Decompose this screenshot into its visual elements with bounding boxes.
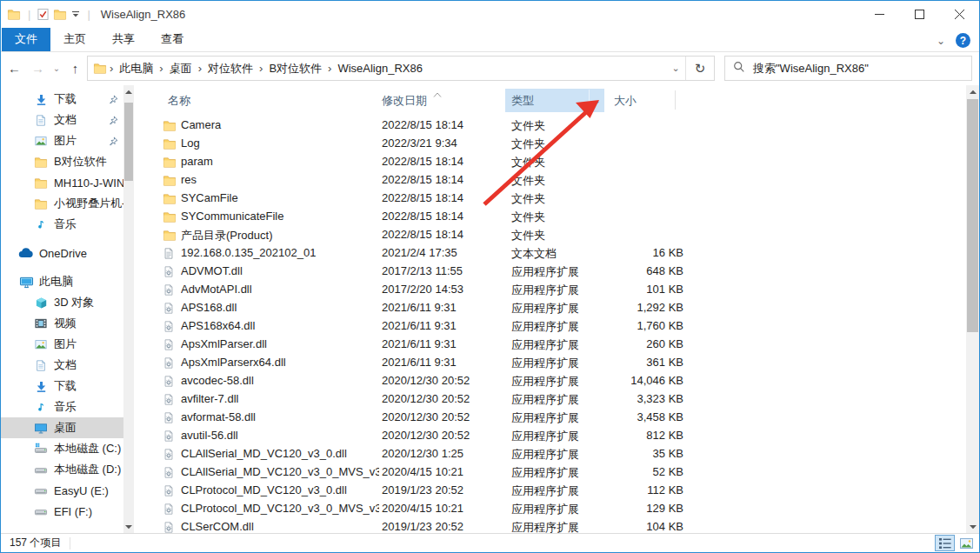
column-header-name[interactable]: 名称	[168, 93, 190, 109]
ribbon-tab-共享[interactable]: 共享	[99, 28, 148, 51]
scrollbar-thumb[interactable]	[967, 99, 978, 332]
explorer-folder-icon[interactable]	[7, 8, 21, 21]
properties-check-icon[interactable]	[37, 8, 49, 21]
list-scrollbar[interactable]	[966, 85, 979, 533]
sidebar-item-文档[interactable]: 文档	[1, 110, 123, 130]
sidebar-item-文档[interactable]: 文档	[1, 355, 123, 376]
back-button[interactable]: ←	[3, 57, 26, 81]
scroll-up-icon[interactable]	[123, 85, 134, 97]
breadcrumb-item[interactable]: 桌面	[163, 61, 198, 77]
sidebar-item-下载[interactable]: 下载	[1, 89, 123, 110]
breadcrumb-item[interactable]: WiseAlign_RX86	[331, 62, 429, 75]
file-row[interactable]: avformat-58.dll2020/12/30 20:52应用程序扩展3,4…	[134, 409, 966, 427]
up-button[interactable]: ↑	[63, 57, 87, 81]
sidebar-item-图片[interactable]: 图片	[1, 130, 123, 151]
ribbon-collapse-icon[interactable]: ⌄	[937, 37, 945, 45]
ribbon-tab-主页[interactable]: 主页	[50, 28, 99, 51]
sidebar-item-label: OneDrive	[39, 247, 87, 260]
refresh-icon[interactable]: ↻	[685, 57, 714, 80]
file-row[interactable]: CLProtocol_MD_VC120_v3_0.dll2019/1/23 20…	[134, 482, 966, 500]
file-row[interactable]: avfilter-7.dll2020/12/30 20:52应用程序扩展3,32…	[134, 390, 966, 409]
file-row[interactable]: ApsXmlParser.dll2021/6/11 9:31应用程序扩展260 …	[134, 336, 966, 354]
status-bar: 157 个项目	[1, 533, 979, 552]
scroll-down-icon[interactable]	[123, 521, 134, 533]
column-header-type[interactable]: 类型 ⌄	[505, 89, 604, 112]
breadcrumb-item[interactable]: B对位软件	[263, 61, 328, 77]
qat-dropdown-icon[interactable]	[71, 10, 80, 18]
type-filter-dropdown-icon[interactable]: ⌄	[589, 90, 604, 111]
ribbon-tab-查看[interactable]: 查看	[148, 28, 197, 51]
breadcrumb-item[interactable]: 此电脑	[113, 61, 159, 77]
sidebar-item-此电脑[interactable]: 此电脑	[1, 271, 123, 292]
sidebar-item-本地磁盘 (D:)[interactable]: 本地磁盘 (D:)	[1, 459, 123, 480]
file-size: 14,046 KB	[551, 374, 683, 387]
file-size: 35 KB	[551, 447, 683, 460]
column-header-type-label: 类型	[505, 93, 589, 109]
new-folder-icon[interactable]	[53, 8, 67, 21]
file-row[interactable]: SYCamFile2022/8/15 18:14文件夹	[134, 190, 966, 208]
sidebar-item-音乐[interactable]: 音乐	[1, 396, 123, 417]
address-dropdown-icon[interactable]: ⌄	[666, 57, 685, 80]
dll-file-icon	[163, 466, 175, 479]
scroll-up-icon[interactable]	[966, 85, 979, 97]
file-row[interactable]: AdvMotAPI.dll2017/2/20 14:53应用程序扩展101 KB	[134, 281, 966, 299]
dll-file-icon	[163, 356, 175, 370]
sidebar-item-EasyU (E:)[interactable]: EasyU (E:)	[1, 480, 123, 501]
sidebar-item-视频[interactable]: 视频	[1, 313, 123, 334]
file-row[interactable]: CLSerCOM.dll2019/1/23 20:52应用程序扩展104 KB	[134, 518, 966, 533]
file-row[interactable]: Camera2022/8/15 18:14文件夹	[134, 117, 966, 135]
file-row[interactable]: ApsXmlParserx64.dll2021/6/11 9:31应用程序扩展3…	[134, 354, 966, 372]
recent-locations-icon[interactable]: ⌄	[50, 57, 63, 81]
ribbon-tabs: 文件主页共享查看	[2, 28, 197, 51]
sidebar-item-音乐[interactable]: 音乐	[1, 214, 123, 235]
sidebar-item-下载[interactable]: 下载	[1, 376, 123, 396]
file-row[interactable]: 产品目录(Product)2022/8/15 18:14文件夹	[134, 226, 966, 244]
sidebar-scrollbar[interactable]	[123, 85, 134, 533]
maximize-button[interactable]	[899, 1, 939, 28]
scrollbar-thumb[interactable]	[124, 103, 133, 181]
help-icon[interactable]: ?	[956, 33, 970, 48]
file-row[interactable]: ADVMOT.dll2017/2/13 11:55应用程序扩展648 KB	[134, 263, 966, 281]
text-file-icon	[163, 247, 175, 260]
sidebar-item-图片[interactable]: 图片	[1, 334, 123, 355]
folder-file-icon	[163, 229, 177, 242]
sidebar-item-B对位软件[interactable]: B对位软件	[1, 151, 123, 172]
sidebar-item-EFI (F:)[interactable]: EFI (F:)	[1, 501, 123, 522]
address-bar[interactable]: ›此电脑›桌面›对位软件›B对位软件›WiseAlign_RX86 ⌄ ↻	[87, 56, 715, 81]
sidebar-item-3D 对象[interactable]: 3D 对象	[1, 292, 123, 313]
file-row[interactable]: param2022/8/15 18:14文件夹	[134, 153, 966, 171]
minimize-button[interactable]	[859, 1, 899, 28]
forward-button[interactable]: →	[26, 57, 50, 81]
sidebar-item-MH110-J-WIN7[interactable]: MH110-J-WIN7	[1, 172, 123, 193]
window-controls	[859, 1, 979, 28]
search-box[interactable]: 搜索"WiseAlign_RX86"	[724, 56, 972, 81]
sidebar-item-桌面[interactable]: 桌面	[1, 417, 123, 438]
sidebar-item-小视野叠片机-正[interactable]: 小视野叠片机-正	[1, 193, 123, 214]
file-row[interactable]: CLAllSerial_MD_VC120_v3_0.dll2020/12/30 …	[134, 445, 966, 463]
details-view-button[interactable]	[935, 535, 955, 551]
column-header-date[interactable]: 修改日期	[382, 93, 427, 109]
file-row[interactable]: APS168x64.dll2021/6/11 9:31应用程序扩展1,760 K…	[134, 317, 966, 336]
sidebar-item-本地磁盘 (C:)[interactable]: 本地磁盘 (C:)	[1, 438, 123, 459]
file-row[interactable]: res2022/8/15 18:14文件夹	[134, 171, 966, 190]
file-row[interactable]: CLAllSerial_MD_VC120_v3_0_MVS_v3_...2020…	[134, 463, 966, 482]
search-input[interactable]: 搜索"WiseAlign_RX86"	[753, 61, 869, 77]
file-date: 2019/1/23 20:52	[382, 483, 463, 496]
thumbnail-view-button[interactable]	[957, 535, 977, 551]
file-row[interactable]: 192.168.0.135_202102_012021/2/4 17:35文本文…	[134, 244, 966, 263]
file-row[interactable]: APS168.dll2021/6/11 9:31应用程序扩展1,292 KB	[134, 299, 966, 317]
ribbon-tab-文件[interactable]: 文件	[2, 28, 50, 51]
file-row[interactable]: Log2022/3/21 9:34文件夹	[134, 135, 966, 153]
file-row[interactable]: CLProtocol_MD_VC120_v3_0_MVS_v3_...2020/…	[134, 500, 966, 518]
breadcrumb-item[interactable]: 对位软件	[202, 61, 259, 77]
file-row[interactable]: avutil-56.dll2020/12/30 20:52应用程序扩展812 K…	[134, 427, 966, 445]
folder-icon	[33, 197, 49, 210]
file-name: ApsXmlParser.dll	[181, 337, 379, 350]
file-size: 648 KB	[551, 264, 683, 277]
close-button[interactable]	[939, 1, 979, 28]
column-header-size[interactable]: 大小	[614, 93, 637, 109]
file-row[interactable]: SYCommunicateFile2022/8/15 18:14文件夹	[134, 208, 966, 226]
sidebar-item-OneDrive[interactable]: OneDrive	[1, 243, 123, 263]
scroll-down-icon[interactable]	[966, 521, 979, 533]
file-row[interactable]: avcodec-58.dll2020/12/30 20:52应用程序扩展14,0…	[134, 372, 966, 390]
